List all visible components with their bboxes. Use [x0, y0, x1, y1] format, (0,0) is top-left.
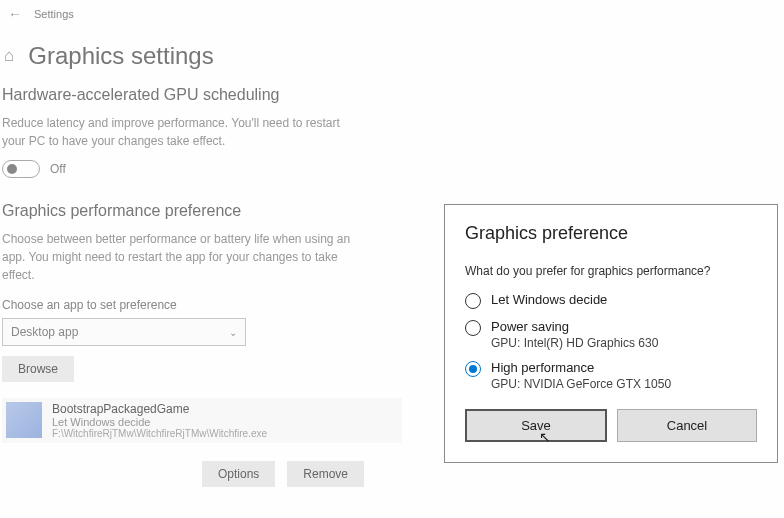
- radio-label: High performance: [491, 360, 671, 375]
- app-info: BootstrapPackagedGame Let Windows decide…: [52, 402, 398, 439]
- toggle-knob: [7, 164, 17, 174]
- app-name-label: BootstrapPackagedGame: [52, 402, 398, 416]
- radio-icon: [465, 320, 481, 336]
- radio-content: Let Windows decide: [491, 292, 607, 307]
- radio-icon: [465, 361, 481, 377]
- radio-label: Let Windows decide: [491, 292, 607, 307]
- gpu-scheduling-toggle-row: Off: [2, 160, 782, 178]
- dropdown-value: Desktop app: [11, 325, 78, 339]
- radio-icon: [465, 293, 481, 309]
- radio-sublabel: GPU: Intel(R) HD Graphics 630: [491, 336, 658, 350]
- page-header: ⌂ Graphics settings: [0, 28, 784, 86]
- cancel-button[interactable]: Cancel: [617, 409, 757, 442]
- radio-option-let-windows-decide[interactable]: Let Windows decide: [465, 292, 757, 309]
- back-arrow-icon[interactable]: ←: [8, 6, 22, 22]
- app-path-label: F:\WitchfireRjTMw\WitchfireRjTMw\Witchfi…: [52, 428, 398, 439]
- radio-sublabel: GPU: NVIDIA GeForce GTX 1050: [491, 377, 671, 391]
- radio-label: Power saving: [491, 319, 658, 334]
- app-action-buttons: Options Remove: [202, 461, 782, 487]
- dialog-title: Graphics preference: [465, 223, 757, 244]
- radio-option-high-performance[interactable]: High performance GPU: NVIDIA GeForce GTX…: [465, 360, 757, 391]
- title-bar: ← Settings: [0, 0, 784, 28]
- radio-option-power-saving[interactable]: Power saving GPU: Intel(R) HD Graphics 6…: [465, 319, 757, 350]
- gpu-scheduling-toggle[interactable]: [2, 160, 40, 178]
- app-type-dropdown[interactable]: Desktop app ⌄: [2, 318, 246, 346]
- options-button[interactable]: Options: [202, 461, 275, 487]
- performance-description: Choose between better performance or bat…: [2, 230, 362, 284]
- graphics-preference-dialog: Graphics preference What do you prefer f…: [444, 204, 778, 463]
- radio-content: Power saving GPU: Intel(R) HD Graphics 6…: [491, 319, 658, 350]
- dialog-buttons: Save ↖ Cancel: [465, 409, 757, 442]
- remove-button[interactable]: Remove: [287, 461, 364, 487]
- chevron-down-icon: ⌄: [229, 327, 237, 338]
- radio-content: High performance GPU: NVIDIA GeForce GTX…: [491, 360, 671, 391]
- home-icon[interactable]: ⌂: [4, 46, 14, 66]
- page-title: Graphics settings: [28, 42, 213, 70]
- gpu-scheduling-section: Hardware-accelerated GPU scheduling Redu…: [0, 86, 784, 178]
- toggle-label: Off: [50, 162, 66, 176]
- app-icon: [6, 402, 42, 438]
- app-list-item[interactable]: BootstrapPackagedGame Let Windows decide…: [2, 398, 402, 443]
- app-name: Settings: [34, 8, 74, 20]
- app-preference-label: Let Windows decide: [52, 416, 398, 428]
- save-button[interactable]: Save ↖: [465, 409, 607, 442]
- gpu-scheduling-heading: Hardware-accelerated GPU scheduling: [2, 86, 782, 104]
- dialog-question: What do you prefer for graphics performa…: [465, 264, 757, 278]
- cursor-icon: ↖: [539, 430, 551, 444]
- gpu-scheduling-description: Reduce latency and improve performance. …: [2, 114, 362, 150]
- browse-button[interactable]: Browse: [2, 356, 74, 382]
